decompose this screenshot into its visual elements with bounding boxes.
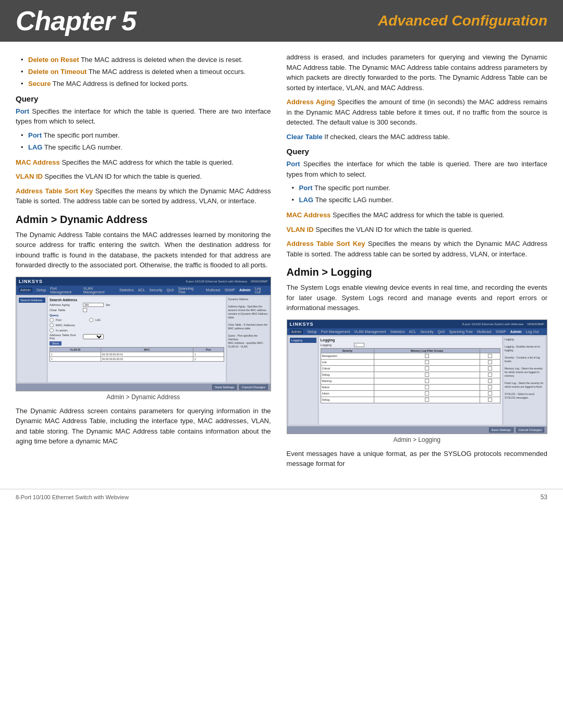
ss-log-mem-checkbox[interactable]: [425, 391, 429, 396]
ss-address-aging-input[interactable]: 300: [83, 303, 104, 307]
port-bullet-label-right: Port: [299, 184, 313, 192]
ss-save-settings-button[interactable]: Save Settings: [212, 385, 237, 390]
ss-log-mem-checkbox[interactable]: [425, 366, 429, 371]
ss-log-save-button[interactable]: Save Settings: [489, 427, 513, 433]
ss-result-table: VLAN ID MAC Port 1 00:00:00:00:00:01: [50, 347, 224, 362]
ss-port-row: Port LAG: [50, 318, 224, 322]
ss-log-nav-qos[interactable]: QoS: [437, 330, 445, 334]
ss-nav-multicast[interactable]: Multicast: [206, 288, 221, 292]
ss-log-flash-checkbox[interactable]: [488, 373, 492, 377]
ss-sidebar: Search Address: [18, 297, 46, 382]
ss-logging-select[interactable]: ✓: [354, 343, 364, 347]
ss-sidebar-search-address[interactable]: Search Address: [19, 298, 45, 303]
ss-sort-key-select[interactable]: [83, 334, 104, 339]
ss-sidebar-logging[interactable]: Logging: [290, 338, 316, 343]
list-item: Delete on Reset The MAC address is delet…: [21, 55, 271, 65]
delete-on-timeout-label: Delete on Timeout: [28, 68, 87, 76]
ss-main-panel: Search Address Address Aging 300 Sec Cle…: [48, 297, 226, 382]
ss-log-row-cell: Notice: [321, 384, 374, 390]
list-item: Port The specific port number.: [292, 183, 547, 193]
ss-log-nav-setup[interactable]: Setup: [307, 330, 316, 334]
ss-table-vlanid-cell: 1: [50, 356, 101, 361]
ss-log-nav-security[interactable]: Security: [420, 330, 433, 334]
ss-lag-radio[interactable]: [89, 318, 93, 322]
ss-log-mem-checkbox[interactable]: [425, 379, 429, 383]
ss-log-flash-checkbox[interactable]: [488, 391, 492, 396]
ss-nav-vlan[interactable]: VLAN Management: [83, 287, 115, 294]
ss-log-sidebar: Logging: [289, 337, 317, 425]
ss-log-nav-logout[interactable]: Log Out: [526, 330, 539, 334]
ss-log-mem-cell: [374, 378, 480, 384]
ss-log-nav-admin[interactable]: Admin: [510, 330, 522, 334]
ss-log-row-cell: Management: [321, 353, 374, 359]
ss-mac-radio[interactable]: [50, 323, 54, 327]
ss-log-row-cell: Inform: [321, 390, 374, 397]
vlan-label-left: VLAN ID: [16, 172, 43, 180]
ss-nav-setup[interactable]: Setup: [36, 288, 46, 292]
mac-label-right: MAC Address: [287, 211, 331, 219]
ss-log-flash-checkbox[interactable]: [488, 398, 492, 402]
admin-dynamic-p1: The Dynamic Address Table contains the M…: [16, 230, 271, 270]
ss-log-cancel-button[interactable]: Cancel Changes: [516, 427, 544, 433]
ss-inaction-radio[interactable]: [50, 328, 54, 332]
ss-device-info: 8-port 10/100 Ethernet Switch with Webvi…: [186, 280, 267, 283]
ss-log-nav-multicast[interactable]: Multicast: [477, 330, 492, 334]
footer-page-number: 53: [541, 493, 547, 501]
page-wrapper: Chapter 5 Advanced Configuration Delete …: [0, 0, 563, 505]
ss-show-button[interactable]: Show: [50, 341, 62, 346]
ss-log-mem-cell: [374, 390, 480, 397]
ss-nav-snmp[interactable]: SNMP: [225, 288, 235, 292]
ss-log-main-panel: Logging Logging ✓ Severity Memor: [319, 337, 502, 425]
ss-log-mem-checkbox[interactable]: [425, 385, 429, 389]
ss-log-flash-cell: [480, 372, 500, 378]
ss-nav: Admin Setup Port Management VLAN Managem…: [16, 286, 271, 295]
ss-cancel-changes-button[interactable]: Cancel Changes: [239, 385, 267, 390]
ss-log-mem-checkbox[interactable]: [425, 373, 429, 377]
ss-log-device-info: 8-port 10/100 Ethernet Switch with Webvi…: [462, 323, 544, 326]
port-bullet-list-right: Port The specific port number. LAG The s…: [292, 183, 547, 205]
ss-log-flash-cell: [480, 359, 500, 365]
ss-log-nav-port[interactable]: Port Management: [321, 330, 350, 334]
ss-nav-qos[interactable]: QoS: [167, 288, 174, 292]
ss-log-mem-cell: [374, 397, 480, 403]
ss-nav-spanning[interactable]: Spanning Tree: [178, 287, 202, 294]
clear-table-description: Clear Table If checked, clears the MAC a…: [287, 132, 547, 142]
table-row: Notice: [321, 384, 500, 390]
delete-on-reset-label: Delete on Reset: [28, 56, 79, 64]
ss-nav-port[interactable]: Port Management: [50, 287, 79, 294]
ss-log-flash-checkbox[interactable]: [488, 354, 492, 358]
ss-log-nav-acl[interactable]: ACL: [409, 330, 417, 334]
ss-nav-admin[interactable]: Admin: [239, 288, 251, 292]
ss-log-flash-checkbox[interactable]: [488, 360, 492, 364]
ss-sort-row: Address Table Sort Key: [50, 334, 224, 340]
ss-log-flash-checkbox[interactable]: [488, 385, 492, 389]
lag-bullet-label-right: LAG: [299, 196, 313, 204]
ss-log-mem-checkbox[interactable]: [425, 354, 429, 358]
ss-clear-table-label: Clear Table: [50, 309, 81, 312]
ss-log-nav-snmp[interactable]: SNMP: [496, 330, 506, 334]
ss-log-row-cell: Warning: [321, 378, 374, 384]
ss-port-radio[interactable]: [50, 318, 54, 322]
list-item: Port The specific port number.: [21, 131, 271, 140]
mac-address-description-right: MAC Address Specifies the MAC address fo…: [287, 210, 547, 220]
sort-key-description-right: Address Table Sort Key Specifies the mea…: [287, 239, 547, 259]
ss-log-flash-checkbox[interactable]: [488, 366, 492, 371]
ss-log-nav-spanning[interactable]: Spanning Tree: [449, 330, 473, 334]
ss-log-flash-checkbox[interactable]: [488, 379, 492, 383]
ss-clear-table-checkbox[interactable]: [83, 308, 87, 312]
right-p1: address is erased, and includes paramete…: [287, 52, 547, 93]
ss-nav-security[interactable]: Security: [149, 288, 162, 292]
sort-label-right: Address Table Sort Key: [287, 240, 365, 248]
ss-nav-acl[interactable]: ACL: [138, 288, 145, 292]
ss-log-mem-checkbox[interactable]: [425, 398, 429, 402]
ss-nav-stats[interactable]: Statistics: [119, 288, 134, 292]
ss-nav-logout[interactable]: Log Out: [255, 287, 268, 294]
port-description: Port Specifies the interface for which t…: [16, 106, 271, 127]
ss-log-row-cell: Debug: [321, 397, 374, 403]
ss-log-form-title: Logging: [321, 338, 500, 342]
ss-log-nav-stats[interactable]: Statistics: [390, 330, 405, 334]
ss-log-mem-checkbox[interactable]: [425, 360, 429, 364]
ss-show-btn-container: Show: [50, 341, 224, 346]
ss-log-nav-vlan[interactable]: VLAN Management: [354, 330, 386, 334]
ss-clear-table-row: Clear Table: [50, 308, 224, 312]
